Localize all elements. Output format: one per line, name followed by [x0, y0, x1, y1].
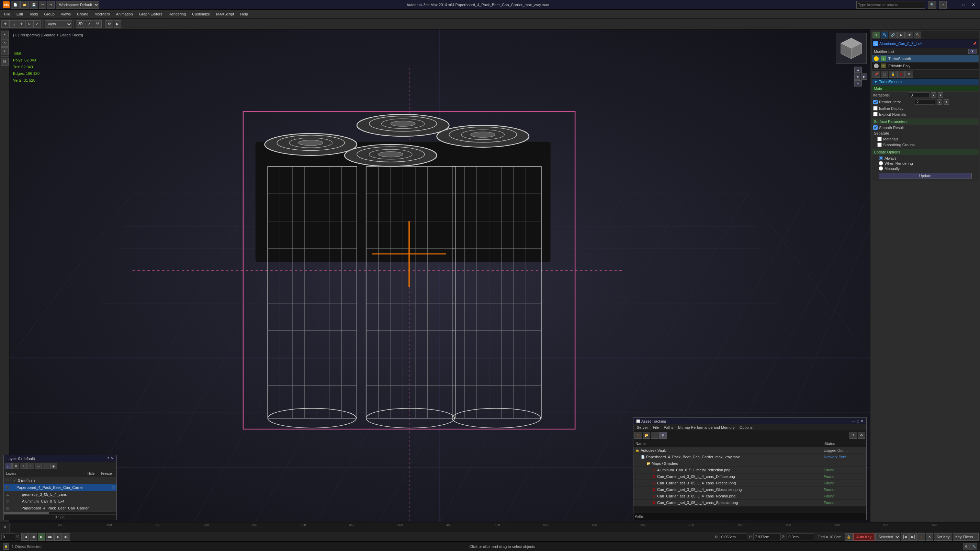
remove-modifier-btn[interactable]: 🗑 — [897, 71, 905, 78]
redo-toolbar-btn[interactable]: ↪ — [47, 1, 55, 9]
explicit-normals-checkbox[interactable] — [873, 112, 878, 116]
status-icon-1[interactable]: ⚙ — [963, 543, 970, 550]
menu-views[interactable]: Views — [58, 11, 73, 17]
asset-tree-view-btn[interactable]: ⊞ — [659, 432, 667, 439]
pan-right-btn[interactable]: ▶ — [861, 73, 867, 79]
left-link-btn[interactable]: ⛓ — [1, 58, 9, 65]
asset-settings-btn[interactable]: ⚙ — [858, 432, 865, 439]
modifier-list-dropdown[interactable]: ▼ — [968, 49, 977, 54]
pin-btn[interactable]: 📌 — [972, 41, 977, 46]
iterations-up[interactable]: ▲ — [931, 92, 936, 98]
manually-radio[interactable] — [879, 166, 883, 171]
iterations-down[interactable]: ▼ — [938, 92, 943, 98]
smooth-result-checkbox[interactable] — [873, 125, 878, 130]
smoothing-groups-checkbox[interactable] — [877, 143, 882, 147]
set-key-btn[interactable]: Set Key — [934, 533, 952, 541]
menu-animation[interactable]: Animation — [113, 11, 136, 17]
asset-row-4[interactable]: 🖼 Can_Carrier_set_3_05_L_4_cans_Diffuse.… — [633, 473, 866, 480]
isoline-display-checkbox[interactable] — [873, 106, 878, 111]
create-key-btn[interactable]: ⬦ — [918, 533, 925, 541]
select-btn[interactable]: ✚ — [2, 20, 9, 28]
menu-graph-editors[interactable]: Graph Editors — [136, 11, 165, 17]
layers-move-up-btn[interactable]: ↑ — [27, 463, 34, 469]
z-coord-input[interactable] — [787, 534, 814, 540]
pan-up-btn[interactable]: ▲ — [854, 67, 862, 73]
y-coord-input[interactable] — [753, 534, 781, 540]
menu-customize[interactable]: Customize — [189, 11, 213, 17]
render-iters-up[interactable]: ▲ — [937, 99, 942, 105]
modifier-editable-poly[interactable]: E Editable Poly — [872, 62, 978, 70]
layers-help-btn[interactable]: ? — [107, 456, 109, 461]
prev-frame-btn[interactable]: ◀ — [30, 533, 37, 541]
next-frame-btn[interactable]: ▶ — [54, 533, 62, 541]
show-end-btn[interactable]: ⬚ — [881, 71, 888, 78]
help-btn[interactable]: ? — [939, 1, 947, 9]
left-create-btn[interactable]: + — [1, 31, 9, 38]
percent-snap-btn[interactable]: % — [94, 20, 102, 28]
render-iters-checkbox[interactable] — [873, 100, 878, 104]
when-rendering-radio[interactable] — [879, 161, 883, 165]
rotate-btn[interactable]: ↻ — [25, 20, 33, 28]
asset-row-5[interactable]: 🖼 Can_Carrier_set_3_05_L_4_cans_Fresnel.… — [633, 480, 866, 486]
left-move-btn[interactable]: ✛ — [1, 48, 9, 55]
render-iters-down[interactable]: ▼ — [943, 99, 949, 105]
render-iters-input[interactable] — [915, 99, 935, 105]
layer-row-4[interactable]: ⬛ Paperboard_4_Pack_Beer_Can_Carrier — [4, 505, 116, 511]
update-btn[interactable]: Update — [879, 173, 972, 179]
lock-selection-btn[interactable]: 🔒 — [845, 533, 853, 541]
modify-tab[interactable]: 🔧 — [881, 32, 888, 38]
menu-maxscript[interactable]: MAXScript — [213, 11, 237, 17]
asset-open-btn[interactable]: 📂 — [643, 432, 650, 439]
status-lock-btn[interactable]: 🔒 — [3, 543, 9, 549]
asset-menu-file[interactable]: File — [651, 425, 661, 430]
materials-checkbox[interactable] — [877, 137, 882, 141]
layers-sel-from-scene-btn[interactable]: ☰ — [43, 463, 49, 469]
go-to-start-btn[interactable]: |◀ — [21, 533, 29, 541]
asset-menu-paths[interactable]: Paths — [662, 425, 675, 430]
asset-row-3[interactable]: 🖼 Aluminum_Can_0_5_l_metal_reflection.pn… — [633, 467, 866, 473]
pan-down-btn[interactable]: ▼ — [854, 80, 862, 87]
asset-menu-bitmap-perf[interactable]: Bitmap Performance and Memory — [676, 425, 737, 430]
auto-key-btn[interactable]: Auto Key — [853, 533, 875, 541]
asset-row-1[interactable]: 📄 Paperboard_4_Pack_Beer_Can_Carrier_max… — [633, 454, 866, 460]
save-btn[interactable]: 💾 — [30, 1, 38, 9]
new-btn[interactable]: 📄 — [11, 1, 19, 9]
status-icon-2[interactable]: 🔧 — [970, 543, 977, 550]
layers-sel-highlight-btn[interactable]: ◈ — [50, 463, 57, 469]
key-filters-btn[interactable]: Key Filters... — [953, 533, 978, 541]
menu-create[interactable]: Create — [74, 11, 91, 17]
menu-tools[interactable]: Tools — [27, 11, 41, 17]
snap-3d-btn[interactable]: 3D — [76, 20, 85, 28]
angle-snap-btn[interactable]: ∠ — [86, 20, 94, 28]
minimize-btn[interactable]: — — [950, 2, 958, 8]
configure-sets-btn[interactable]: ⚙ — [905, 71, 913, 78]
layers-move-to-btn[interactable]: → — [35, 463, 42, 469]
asset-row-2[interactable]: 📁 Maps / Shaders — [633, 460, 866, 467]
search-input[interactable] — [856, 1, 925, 9]
workspace-select[interactable]: Workspace: Default — [56, 1, 99, 9]
asset-close-btn[interactable]: ✕ — [861, 419, 864, 423]
key-prev-btn[interactable]: |◀ — [901, 533, 908, 541]
make-unique-btn[interactable]: 🔓 — [889, 71, 897, 78]
motion-tab[interactable]: ▶ — [897, 32, 905, 38]
asset-row-7[interactable]: 🖼 Can_Carrier_set_3_05_L_4_cans_Normal.p… — [633, 493, 866, 500]
hierarchy-tab[interactable]: 🔗 — [889, 32, 897, 38]
open-btn[interactable]: 📂 — [20, 1, 29, 9]
pan-left-btn[interactable]: ◀ — [854, 73, 861, 79]
select-region-btn[interactable]: ⬚ — [9, 20, 17, 28]
menu-help[interactable]: Help — [237, 11, 251, 17]
menu-modifiers[interactable]: Modifiers — [92, 11, 113, 17]
menu-group[interactable]: Group — [41, 11, 57, 17]
search-icon-btn[interactable]: 🔍 — [928, 1, 936, 9]
utilities-tab[interactable]: 🔨 — [914, 32, 921, 38]
always-radio[interactable] — [879, 156, 883, 160]
asset-help-btn[interactable]: ? — [850, 432, 857, 439]
layer-row-2[interactable]: △ geometry_3_05_L_4_cans — [4, 491, 116, 498]
undo-toolbar-btn[interactable]: ↩ — [39, 1, 46, 9]
menu-file[interactable]: File — [2, 11, 13, 17]
close-btn[interactable]: ✕ — [970, 2, 977, 8]
display-tab[interactable]: 👁 — [905, 32, 913, 38]
modifier-turbosmooth[interactable]: T TurboSmooth — [872, 55, 978, 62]
layer-row-3[interactable]: ⬡ Aluminum_Can_0_5_Lx4 — [4, 498, 116, 505]
asset-maximize-btn[interactable]: □ — [857, 419, 859, 423]
